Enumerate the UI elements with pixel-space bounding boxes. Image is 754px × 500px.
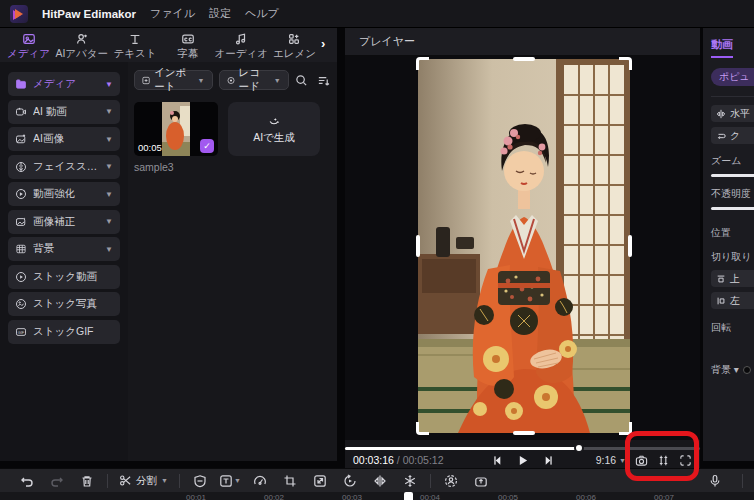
- audio-icon: [234, 32, 248, 46]
- timeline-playhead[interactable]: [404, 492, 413, 500]
- sort-button[interactable]: [317, 71, 331, 89]
- popular-category-pill[interactable]: ポピュ: [711, 68, 754, 86]
- ruler-tick: 00:05: [498, 493, 518, 500]
- media-panel: インポート ▼ レコード ▼: [128, 62, 337, 461]
- undo-button[interactable]: [12, 474, 42, 488]
- voiceover-button[interactable]: [700, 474, 730, 488]
- sort-list-icon: [317, 74, 330, 87]
- reverse-button[interactable]: [335, 474, 365, 488]
- ai-generate-button[interactable]: AIで生成: [228, 102, 320, 156]
- image-fix-icon: [15, 216, 27, 228]
- resize-handle-top[interactable]: [513, 57, 535, 61]
- player-panel: プレイヤー: [345, 28, 700, 468]
- crop-icon: [283, 474, 297, 488]
- clip-thumbnail[interactable]: 00:05 ✓: [134, 102, 218, 156]
- app-logo-icon: [10, 5, 28, 23]
- snapshot-camera-icon[interactable]: [635, 454, 648, 467]
- media-clip-card[interactable]: 00:05 ✓ sample3: [134, 102, 218, 173]
- sidebar-item-face-swap[interactable]: フェイススワ... ▼: [8, 155, 120, 179]
- zoom-slider[interactable]: [711, 174, 754, 177]
- opacity-slider[interactable]: [711, 207, 754, 210]
- stock-gif-icon: GIF: [15, 326, 27, 338]
- sidebar-item-ai-image[interactable]: AI画像 ▼: [8, 127, 120, 151]
- fullscreen-icon[interactable]: [679, 454, 692, 467]
- play-icon[interactable]: [517, 455, 528, 466]
- freeze-frame-button[interactable]: [395, 474, 425, 488]
- resize-handle-bottom[interactable]: [513, 431, 535, 435]
- video-preview[interactable]: [418, 59, 630, 433]
- scale-icon: [313, 474, 327, 488]
- sidebar-item-stock-gif[interactable]: GIF ストックGIF: [8, 320, 120, 344]
- split-button[interactable]: 分割 ▼: [113, 474, 174, 488]
- ruler-tick: 00:01: [186, 493, 206, 500]
- tab-subtitle[interactable]: 字幕: [162, 30, 215, 61]
- background-color-swatch[interactable]: [743, 366, 751, 374]
- flip-horizontal-button[interactable]: 水平: [711, 105, 754, 122]
- loop-icon: [716, 131, 726, 141]
- speed-button[interactable]: [245, 474, 275, 488]
- text-tool-button[interactable]: ▼: [215, 474, 245, 488]
- chevron-down-icon: ▼: [105, 217, 113, 226]
- sidebar-item-ai-video[interactable]: AI 動画 ▼: [8, 100, 120, 124]
- aspect-ratio-selector[interactable]: 9:16▼: [596, 454, 626, 466]
- bottom-toolbar: 分割 ▼ ▼: [0, 468, 754, 492]
- search-button[interactable]: [295, 71, 309, 89]
- mirror-button[interactable]: [365, 474, 395, 488]
- stock-photo-icon: [15, 298, 27, 310]
- speed-gauge-icon: [253, 474, 267, 488]
- resize-handle-left[interactable]: [416, 235, 420, 257]
- sidebar-item-stock-photo[interactable]: ストック写真: [8, 292, 120, 316]
- resize-handle-top-left[interactable]: [416, 57, 429, 70]
- chevron-down-icon: ▼: [105, 80, 113, 89]
- tabs-scroll-right-icon[interactable]: ›: [321, 36, 335, 55]
- delete-button[interactable]: [72, 474, 102, 488]
- sidebar-item-stock-video[interactable]: ストック動画: [8, 265, 120, 289]
- timecode: 00:03:16 / 00:05:12: [353, 454, 444, 466]
- record-button[interactable]: レコード ▼: [219, 70, 289, 90]
- loop-button[interactable]: ク: [711, 127, 754, 144]
- ruler-tick: 00:06: [576, 493, 596, 500]
- sidebar-item-background[interactable]: 背景 ▼: [8, 237, 120, 261]
- menu-settings[interactable]: 設定: [209, 6, 231, 21]
- crop-top-button[interactable]: 上: [711, 270, 754, 287]
- previous-frame-icon[interactable]: [492, 455, 503, 466]
- clip-duration: 00:05: [138, 142, 162, 153]
- sidebar-item-media[interactable]: メディア ▼: [8, 72, 120, 96]
- crop-left-button[interactable]: 左: [711, 292, 754, 309]
- redo-icon: [50, 474, 64, 488]
- add-to-timeline-button[interactable]: [466, 474, 496, 488]
- resize-handle-top-right[interactable]: [619, 57, 632, 70]
- next-frame-icon[interactable]: [542, 455, 553, 466]
- chevron-down-icon: ▼: [105, 135, 113, 144]
- sidebar-item-video-enhance[interactable]: 動画強化 ▼: [8, 182, 120, 206]
- tab-ai-avatar[interactable]: AIアバター: [55, 30, 108, 61]
- menu-file[interactable]: ファイル: [150, 6, 195, 21]
- timeline-ruler[interactable]: 00:01 00:02 00:03 00:04 00:05 00:06 00:0…: [0, 492, 754, 500]
- player-stage[interactable]: [345, 56, 700, 440]
- sidebar-item-image-fix[interactable]: 画像補正 ▼: [8, 210, 120, 234]
- mask-button[interactable]: [185, 474, 215, 488]
- clip-selected-check-icon[interactable]: ✓: [200, 139, 214, 153]
- menu-help[interactable]: ヘルプ: [245, 6, 279, 21]
- crop-label: 切り取り: [711, 250, 754, 264]
- seek-bar[interactable]: [345, 444, 700, 452]
- crop-top-icon: [716, 274, 726, 284]
- mirror-flip-icon: [373, 474, 387, 488]
- import-button[interactable]: インポート ▼: [134, 70, 213, 90]
- transform-button[interactable]: [305, 474, 335, 488]
- import-box-icon: [474, 474, 488, 488]
- fit-resize-icon[interactable]: [657, 454, 670, 467]
- tab-audio[interactable]: オーディオ: [215, 30, 268, 61]
- resize-handle-bottom-right[interactable]: [619, 422, 632, 435]
- redo-button[interactable]: [42, 474, 72, 488]
- face-effect-button[interactable]: [436, 474, 466, 488]
- resize-handle-right[interactable]: [628, 235, 632, 257]
- tab-video-properties[interactable]: 動画: [711, 37, 733, 58]
- tab-text[interactable]: テキスト: [108, 30, 161, 61]
- time-total: 00:05:12: [403, 454, 444, 466]
- crop-button[interactable]: [275, 474, 305, 488]
- resize-handle-bottom-left[interactable]: [416, 422, 429, 435]
- tab-elements[interactable]: エレメン: [268, 30, 321, 61]
- tab-media[interactable]: メディア: [2, 30, 55, 61]
- background-label: 背景 ▾: [711, 363, 754, 377]
